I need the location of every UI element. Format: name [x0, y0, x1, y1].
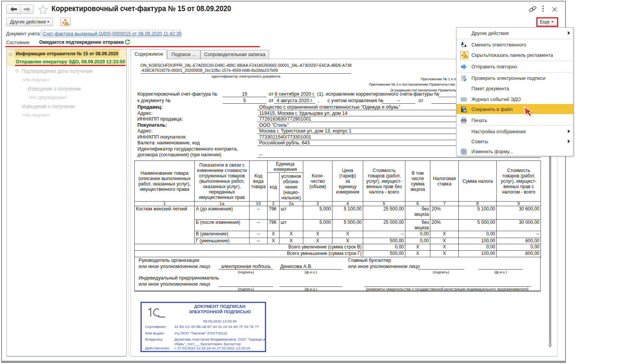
svg-text:ок: ок: [464, 109, 467, 112]
